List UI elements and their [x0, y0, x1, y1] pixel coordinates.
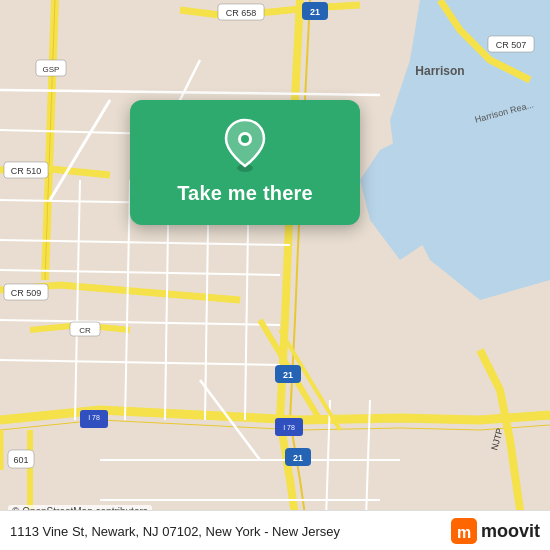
svg-text:I 78: I 78 — [88, 414, 100, 421]
svg-text:Harrison: Harrison — [415, 64, 464, 78]
svg-text:CR 509: CR 509 — [11, 288, 42, 298]
address-text: 1113 Vine St, Newark, NJ 07102, New York… — [10, 524, 451, 539]
svg-text:21: 21 — [310, 7, 320, 17]
svg-point-57 — [241, 135, 249, 143]
bottom-bar: 1113 Vine St, Newark, NJ 07102, New York… — [0, 510, 550, 550]
moovit-logo-text: moovit — [481, 521, 540, 542]
svg-text:I 78: I 78 — [283, 424, 295, 431]
take-me-there-button[interactable]: Take me there — [177, 182, 313, 205]
svg-text:CR 507: CR 507 — [496, 40, 527, 50]
location-pin-icon — [218, 118, 272, 172]
svg-text:21: 21 — [283, 370, 293, 380]
svg-text:CR: CR — [79, 326, 91, 335]
moovit-logo-icon: m — [451, 518, 477, 544]
svg-text:CR 510: CR 510 — [11, 166, 42, 176]
moovit-logo: m moovit — [451, 518, 540, 544]
svg-text:GSP: GSP — [43, 65, 60, 74]
action-card[interactable]: Take me there — [130, 100, 360, 225]
map-background: CR 658 21 21 CR 507 GSP CR 510 CR 509 CR… — [0, 0, 550, 550]
svg-text:CR 658: CR 658 — [226, 8, 257, 18]
svg-text:601: 601 — [13, 455, 28, 465]
svg-text:21: 21 — [293, 453, 303, 463]
map-container: CR 658 21 21 CR 507 GSP CR 510 CR 509 CR… — [0, 0, 550, 550]
svg-text:m: m — [457, 524, 471, 541]
